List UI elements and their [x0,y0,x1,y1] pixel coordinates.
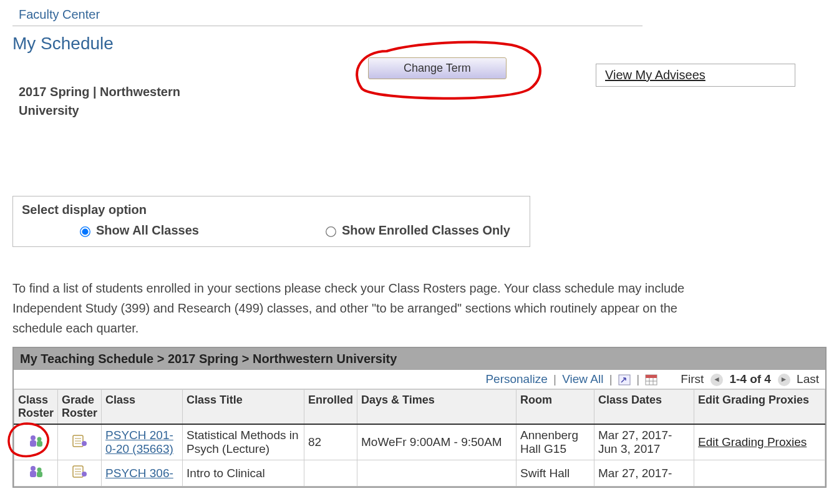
svg-rect-16 [30,471,36,477]
class-roster-icon[interactable] [28,438,44,451]
col-enrolled: Enrolled [304,390,357,425]
prev-page-button[interactable]: ◄ [710,374,723,386]
radio-show-all[interactable]: Show All Classes [78,223,199,238]
room: Annenberg Hall G15 [516,424,594,460]
class-dates: Mar 27, 2017-Jun 3, 2017 [594,424,694,460]
table-row: PSYCH 306- Intro to Clinical Swift Hall … [14,460,825,487]
svg-point-17 [37,468,41,472]
last-label[interactable]: Last [797,372,819,385]
edit-grading-proxies-link[interactable]: Edit Grading Proxies [698,435,807,448]
svg-point-15 [31,466,36,471]
first-label[interactable]: First [681,372,704,385]
col-class-title: Class Title [183,390,304,425]
grade-roster-icon[interactable] [72,468,88,482]
svg-point-23 [82,472,87,477]
class-title: Intro to Clinical [183,460,304,487]
col-class: Class [102,390,183,425]
class-dates: Mar 27, 2017- [594,460,694,487]
days-times [357,460,516,487]
enrolled-count [304,460,357,487]
svg-point-8 [37,437,41,441]
col-class-roster: Class Roster [14,390,58,425]
class-title: Statistical Methods in Psych (Lecture) [183,424,304,460]
radio-show-all-label: Show All Classes [96,223,199,238]
enrolled-count: 82 [304,424,357,460]
schedule-table: Class Roster Grade Roster Class Class Ti… [14,389,825,487]
col-class-dates: Class Dates [594,390,694,425]
radio-show-enrolled-label: Show Enrolled Classes Only [342,223,510,238]
radio-show-enrolled[interactable]: Show Enrolled Classes Only [324,223,510,238]
svg-point-14 [82,441,87,446]
schedule-container: My Teaching Schedule > 2017 Spring > Nor… [12,347,827,488]
grid-icon[interactable] [645,372,661,385]
current-term-text: 2017 Spring | Northwestern University [19,82,193,120]
col-room: Room [516,390,594,425]
days-times: MoWeFr 9:00AM - 9:50AM [357,424,516,460]
room: Swift Hall [516,460,594,487]
svg-rect-2 [646,375,657,378]
view-all-link[interactable]: View All [562,372,603,385]
class-link[interactable]: PSYCH 306- [105,467,173,480]
divider [12,26,643,26]
svg-point-6 [31,435,36,440]
table-row: PSYCH 201-0-20 (35663) Statistical Metho… [14,424,825,460]
radio-show-all-input[interactable] [80,226,90,237]
col-days-times: Days & Times [357,390,516,425]
col-grade-roster: Grade Roster [58,390,102,425]
page-title: My Schedule [12,34,827,54]
class-link[interactable]: PSYCH 201-0-20 (35663) [105,429,173,455]
next-page-button[interactable]: ► [778,374,790,386]
personalize-link[interactable]: Personalize [485,372,547,385]
display-option-group: Select display option Show All Classes S… [12,196,530,247]
schedule-toolbar: Personalize | View All | | First ◄ 1-4 o… [14,370,825,389]
page-count: 1-4 of 4 [729,372,771,385]
table-header-row: Class Roster Grade Roster Class Class Ti… [14,390,825,425]
view-advisees-box[interactable]: View My Advisees [596,64,795,87]
class-roster-icon[interactable] [28,468,44,482]
svg-rect-18 [37,472,42,477]
zoom-icon[interactable] [618,372,634,385]
svg-rect-7 [30,440,36,447]
info-text: To find a list of students enrolled in y… [12,278,705,338]
schedule-header: My Teaching Schedule > 2017 Spring > Nor… [14,348,825,370]
faculty-center-link[interactable]: Faculty Center [19,7,100,22]
radio-show-enrolled-input[interactable] [326,226,336,237]
display-option-title: Select display option [22,203,521,217]
col-edit-proxies: Edit Grading Proxies [694,390,825,425]
change-term-button[interactable]: Change Term [368,57,507,79]
grade-roster-icon[interactable] [72,438,88,451]
view-advisees-link[interactable]: View My Advisees [605,68,706,82]
svg-rect-9 [37,441,42,447]
